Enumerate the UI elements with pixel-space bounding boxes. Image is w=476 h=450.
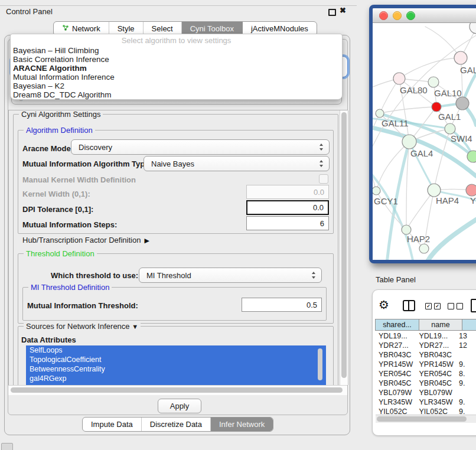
settings-horizontal-scrollbar[interactable] xyxy=(8,385,347,395)
document-icon[interactable] xyxy=(471,299,476,312)
network-node[interactable] xyxy=(456,97,469,110)
network-view-window[interactable]: GALGAL80GAL10GAL1GAL11SWI4GAL4GCY1HAP4YH… xyxy=(369,5,476,263)
node-label: SWI4 xyxy=(451,133,472,144)
algorithm-option-bayesian-k2[interactable]: Bayesian – K2 xyxy=(11,81,342,90)
close-light[interactable] xyxy=(379,11,388,20)
settings-vertical-scrollbar[interactable] xyxy=(340,110,348,385)
network-node[interactable] xyxy=(419,244,429,253)
minimize-light[interactable] xyxy=(393,11,402,20)
float-panel-icon[interactable] xyxy=(328,9,336,16)
stepper-arrows-icon xyxy=(319,144,324,151)
algorithm-option-bayesian-hill-climbing[interactable]: Bayesian – Hill Climbing xyxy=(11,46,342,55)
table-cell: YIL052C xyxy=(416,407,457,414)
table-cell: YBR043C xyxy=(416,351,457,359)
zoom-light[interactable] xyxy=(406,11,415,20)
list-scrollbar-thumb[interactable] xyxy=(318,348,322,380)
network-node-gal1[interactable] xyxy=(432,102,441,112)
desktop: Control Panel ✖ NetworkStyleSelectCyni T… xyxy=(0,0,476,450)
table-cell: 9. xyxy=(457,407,476,414)
table-horizontal-scrollbar[interactable] xyxy=(376,415,476,423)
attribute-item-topologicalcoefficient[interactable]: TopologicalCoefficient xyxy=(26,355,326,364)
table-cell: YIL052C xyxy=(376,407,416,414)
tab-label: Infer Network xyxy=(219,420,265,429)
algorithm-option-dream8-dc-tdc-algorithm[interactable]: Dream8 DC_TDC Algorithm xyxy=(11,90,342,99)
table-cell: 9. xyxy=(457,360,476,369)
node-label: GCY1 xyxy=(374,196,398,206)
mi-threshold-field[interactable]: 0.5 xyxy=(242,298,322,312)
table-scroll-thumb[interactable] xyxy=(377,416,467,422)
table-row[interactable]: YER054CYER054C8. xyxy=(376,369,476,379)
gear-icon[interactable]: ⚙ xyxy=(379,298,389,312)
network-window-titlebar[interactable] xyxy=(373,8,476,23)
network-edge xyxy=(399,58,461,79)
network-node[interactable] xyxy=(470,23,476,34)
table-row[interactable]: YBR043CYBR043C xyxy=(376,350,476,360)
tab-discretize-data[interactable]: Discretize Data xyxy=(142,418,211,431)
mi-type-value: Naive Bayes xyxy=(151,159,194,168)
table-row[interactable]: YIL052CYIL052C9. xyxy=(376,407,476,414)
node-label: GAL4 xyxy=(410,148,433,158)
attribute-item-gal4rgexp[interactable]: gal4RGexp xyxy=(26,374,326,383)
network-node-gal4[interactable] xyxy=(402,135,416,149)
sources-legend[interactable]: Sources for Network Inference ▼ xyxy=(24,322,141,331)
network-node-gal10[interactable] xyxy=(428,77,439,87)
column-header-a[interactable]: A xyxy=(462,319,476,331)
network-node[interactable] xyxy=(467,151,476,162)
column-header-name[interactable]: name xyxy=(419,319,462,331)
mi-steps-label: Mutual Information Steps: xyxy=(22,220,117,229)
hub-definition-toggle[interactable]: Hub/Transcription Factor Definition▶ xyxy=(22,236,149,244)
minimized-panel-icon[interactable] xyxy=(1,443,13,450)
data-attributes-list[interactable]: SelfLoopsTopologicalCoefficientBetweenne… xyxy=(26,345,326,386)
network-canvas[interactable]: GALGAL80GAL10GAL1GAL11SWI4GAL4GCY1HAP4YH… xyxy=(373,23,476,260)
network-node-gal[interactable] xyxy=(454,51,467,64)
select-all-icon[interactable]: ✓ ✓ xyxy=(425,303,441,309)
network-node-hap2[interactable] xyxy=(402,225,411,234)
network-node-gal80[interactable] xyxy=(393,73,405,84)
network-edge xyxy=(434,129,450,190)
algorithm-option-basic-correlation-inference[interactable]: Basic Correlation Inference xyxy=(11,55,342,64)
table-row[interactable]: YDL19...YDL19...13 xyxy=(376,331,476,341)
network-node-y[interactable] xyxy=(466,184,476,196)
dpi-tolerance-field[interactable]: 0.0 xyxy=(246,200,329,215)
tab-label: jActiveMNodules xyxy=(251,24,308,33)
table-row[interactable]: YDR27...YDR27...12 xyxy=(376,341,476,350)
network-node-hap4[interactable] xyxy=(428,184,441,197)
tab-infer-network[interactable]: Infer Network xyxy=(211,418,273,431)
algorithm-option-aracne-algorithm[interactable]: ARACNE Algorithm xyxy=(11,64,342,73)
mi-steps-field[interactable]: 6 xyxy=(246,216,329,230)
network-edge xyxy=(425,27,461,58)
table-row[interactable]: YPR145WYPR145W9. xyxy=(376,360,476,369)
column-layout-icon[interactable] xyxy=(403,300,415,311)
node-label: GAL80 xyxy=(400,85,428,95)
stepper-arrows-icon xyxy=(312,272,316,279)
vertical-scroll-thumb[interactable] xyxy=(341,112,347,378)
table-cell: YDR27... xyxy=(376,341,416,350)
network-edge xyxy=(426,220,476,260)
horizontal-scroll-thumb[interactable] xyxy=(11,387,343,393)
checked-box-icon: ✓ xyxy=(434,303,441,309)
close-icon[interactable]: ✖ xyxy=(340,6,346,15)
deselect-all-icon[interactable] xyxy=(448,303,463,309)
table-row[interactable]: YBR045CYBR045C9. xyxy=(376,379,476,388)
node-label: Y xyxy=(470,195,476,206)
column-header-shared[interactable]: shared... xyxy=(375,319,419,331)
network-node-swi4[interactable] xyxy=(445,123,455,134)
tab-impute-data[interactable]: Impute Data xyxy=(83,418,142,431)
manual-kernel-checkbox[interactable] xyxy=(319,174,328,184)
node-label: GAL10 xyxy=(434,88,462,98)
node-label: GAL xyxy=(460,65,476,75)
mi-type-select[interactable]: Naive Bayes xyxy=(144,156,330,171)
attribute-item-betweennesscentrality[interactable]: BetweennessCentrality xyxy=(26,364,326,374)
which-threshold-select[interactable]: MI Threshold xyxy=(139,268,322,283)
network-node-gcy1[interactable] xyxy=(373,187,380,195)
algorithm-option-mutual-information-inference[interactable]: Mutual Information Inference xyxy=(11,73,342,81)
network-node-gal11[interactable] xyxy=(376,109,384,118)
table-row[interactable]: YLR345WYLR345W9. xyxy=(376,397,476,407)
tab-label: Network xyxy=(72,24,100,33)
kernel-width-field[interactable]: 0.0 xyxy=(246,185,329,199)
attribute-item-selfloops[interactable]: SelfLoops xyxy=(26,345,326,355)
table-cell: 12 xyxy=(457,341,476,350)
table-row[interactable]: YBL079WYBL079W xyxy=(376,388,476,397)
aracne-mode-select[interactable]: Discovery xyxy=(71,139,330,155)
apply-button[interactable]: Apply xyxy=(158,399,201,413)
